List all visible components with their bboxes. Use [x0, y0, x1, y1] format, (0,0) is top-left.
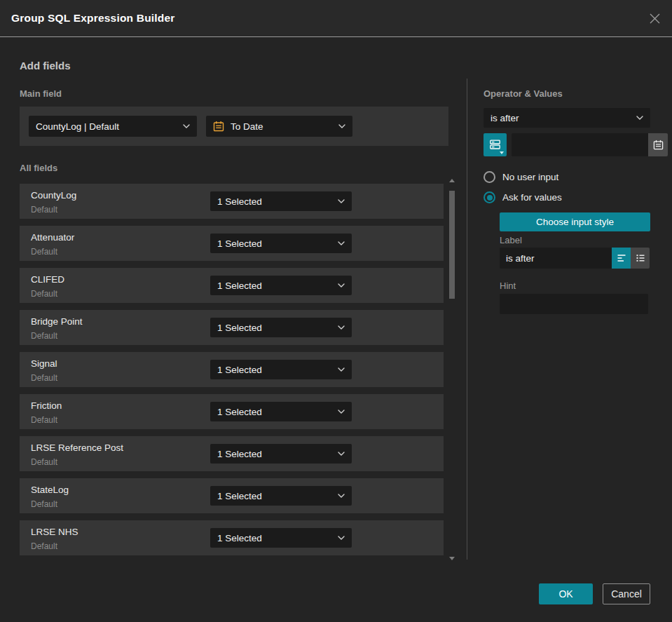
close-button[interactable] — [647, 11, 662, 26]
main-field-box: CountyLog | Default To Date — [20, 107, 448, 146]
scroll-up-arrow-icon[interactable] — [449, 179, 455, 182]
chevron-down-icon — [338, 124, 345, 128]
field-values-select-value: 1 Selected — [217, 407, 262, 417]
main-field-select[interactable]: CountyLog | Default — [29, 116, 197, 137]
scroll-down-arrow-icon[interactable] — [449, 557, 455, 560]
field-row: CountyLog Default 1 Selected — [20, 184, 444, 219]
field-values-select-value: 1 Selected — [217, 365, 262, 375]
date-field-select-value: To Date — [231, 121, 263, 132]
header-divider — [0, 36, 672, 37]
label-style-list-button[interactable] — [631, 248, 650, 269]
ok-button[interactable]: OK — [539, 583, 593, 604]
align-left-icon — [616, 252, 627, 264]
field-values-select[interactable]: 1 Selected — [210, 234, 352, 253]
radio-icon — [484, 191, 495, 203]
main-field-select-value: CountyLog | Default — [36, 121, 119, 132]
radio-icon — [484, 171, 495, 183]
chevron-down-icon — [338, 241, 345, 245]
group-sql-expression-builder-dialog: Group SQL Expression Builder Add fields … — [0, 0, 672, 622]
field-row: Signal Default 1 Selected — [20, 352, 444, 387]
chevron-down-icon — [338, 494, 345, 498]
radio-ask-for-values[interactable]: Ask for values — [484, 191, 562, 203]
chevron-down-icon — [338, 199, 345, 203]
chevron-down-icon — [636, 116, 643, 120]
field-values-select-value: 1 Selected — [217, 280, 262, 291]
chevron-down-icon — [183, 124, 190, 128]
add-fields-heading: Add fields — [20, 60, 71, 72]
chevron-down-icon — [338, 283, 345, 288]
field-values-select-value: 1 Selected — [217, 323, 262, 333]
dialog-footer: OK Cancel — [539, 583, 650, 604]
field-values-select-value: 1 Selected — [217, 449, 262, 459]
field-values-select[interactable]: 1 Selected — [210, 191, 352, 211]
field-row: CLIFED Default 1 Selected — [20, 268, 444, 303]
input-type-button[interactable] — [484, 133, 507, 156]
field-values-select-value: 1 Selected — [217, 533, 262, 543]
dialog-header: Group SQL Expression Builder — [0, 0, 672, 36]
field-row: LRSE Reference Post Default 1 Selected — [20, 436, 444, 471]
all-fields-list: CountyLog Default 1 Selected Attenuator … — [20, 184, 444, 562]
close-icon — [649, 13, 661, 25]
field-values-select[interactable]: 1 Selected — [210, 360, 352, 379]
field-values-select[interactable]: 1 Selected — [210, 276, 352, 295]
all-fields-label: All fields — [20, 163, 57, 173]
field-values-select-value: 1 Selected — [217, 238, 262, 249]
value-input[interactable] — [512, 133, 648, 156]
operator-select-value: is after — [491, 113, 519, 123]
label-label: Label — [500, 235, 522, 245]
dialog-title: Group SQL Expression Builder — [11, 12, 175, 25]
date-picker-button[interactable] — [648, 133, 668, 156]
chevron-down-icon — [338, 325, 345, 330]
main-field-label: Main field — [20, 88, 62, 99]
cancel-button[interactable]: Cancel — [603, 583, 650, 604]
field-row: Bridge Point Default 1 Selected — [20, 310, 444, 345]
radio-label: Ask for values — [502, 192, 562, 203]
field-values-select[interactable]: 1 Selected — [210, 402, 352, 421]
label-input-row — [500, 248, 650, 269]
date-field-select[interactable]: To Date — [206, 116, 352, 137]
label-input[interactable] — [500, 248, 612, 269]
field-row: Attenuator Default 1 Selected — [20, 226, 444, 261]
operator-values-label: Operator & Values — [484, 88, 563, 99]
field-values-select[interactable]: 1 Selected — [210, 528, 352, 548]
chevron-down-icon — [338, 367, 345, 372]
field-values-select-value: 1 Selected — [217, 491, 262, 501]
fields-scrollbar[interactable] — [448, 177, 456, 562]
choose-input-style-button[interactable]: Choose input style — [500, 212, 650, 231]
chevron-down-icon — [338, 452, 345, 456]
chevron-down-icon — [338, 410, 345, 414]
stacked-input-icon — [489, 139, 501, 151]
field-row: LRSE NHS Default 1 Selected — [20, 520, 444, 555]
calendar-icon — [213, 121, 224, 132]
field-row: StateLog Default 1 Selected — [20, 478, 444, 513]
scrollbar-thumb[interactable] — [449, 191, 455, 299]
field-row: Friction Default 1 Selected — [20, 394, 444, 429]
label-style-text-button[interactable] — [612, 248, 631, 269]
radio-no-user-input[interactable]: No user input — [484, 171, 558, 183]
radio-label: No user input — [502, 172, 558, 182]
calendar-icon — [653, 140, 664, 150]
field-values-select[interactable]: 1 Selected — [210, 318, 352, 337]
field-values-select[interactable]: 1 Selected — [210, 444, 352, 464]
bullet-list-icon — [635, 252, 646, 264]
value-input-row — [484, 133, 650, 156]
field-values-select-value: 1 Selected — [217, 196, 262, 207]
chevron-down-icon — [500, 151, 504, 154]
panel-divider — [467, 79, 467, 560]
hint-input[interactable] — [500, 294, 648, 314]
operator-select[interactable]: is after — [484, 108, 650, 128]
hint-label: Hint — [500, 280, 516, 291]
field-values-select[interactable]: 1 Selected — [210, 486, 352, 506]
chevron-down-icon — [338, 536, 345, 540]
